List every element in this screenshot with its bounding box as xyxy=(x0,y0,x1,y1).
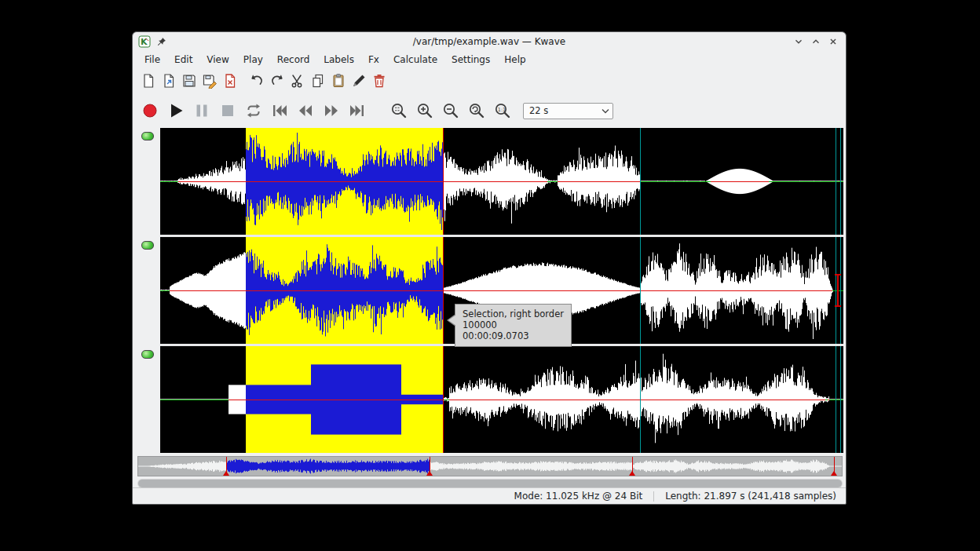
close-button[interactable] xyxy=(826,35,840,49)
zoom-selection-button[interactable] xyxy=(389,100,409,122)
redo-button[interactable] xyxy=(268,71,287,91)
paste-button[interactable] xyxy=(329,71,348,91)
titlebar[interactable]: K /var/tmp/example.wav — Kwave xyxy=(133,32,846,51)
undo-button[interactable] xyxy=(247,71,266,91)
pen-icon xyxy=(351,73,367,89)
redo-icon xyxy=(269,73,285,89)
overview-canvas[interactable] xyxy=(138,457,842,476)
zoom-duration-value: 22 s xyxy=(524,105,598,116)
skip-backward-button[interactable] xyxy=(269,100,290,122)
stop-icon xyxy=(218,101,237,120)
zoom-in-icon xyxy=(415,101,434,120)
open-file-icon xyxy=(161,73,177,89)
kwave-app-icon: K xyxy=(138,35,151,48)
svg-text:1:1: 1:1 xyxy=(498,107,506,113)
track-3-menu-led[interactable] xyxy=(141,350,154,359)
seek-backward-button[interactable] xyxy=(295,100,316,122)
zoom-in-button[interactable] xyxy=(415,100,435,122)
menu-settings[interactable]: Settings xyxy=(444,53,497,67)
zoom-all-button[interactable] xyxy=(466,100,487,122)
save-file-as-button[interactable] xyxy=(200,71,219,91)
pause-icon xyxy=(192,101,211,120)
skip-backward-icon xyxy=(270,101,289,120)
loop-icon xyxy=(244,101,263,120)
menu-help[interactable]: Help xyxy=(497,53,532,67)
playback-toolbar: 1:1 22 s xyxy=(133,94,846,127)
save-file-button[interactable] xyxy=(180,71,199,91)
zoom-out-icon xyxy=(441,101,460,120)
cut-button[interactable] xyxy=(288,71,307,91)
kwave-window: K /var/tmp/example.wav — Kwave xyxy=(132,31,847,505)
new-file-icon xyxy=(141,73,156,89)
menu-play[interactable]: Play xyxy=(236,53,270,67)
paste-icon xyxy=(331,73,346,89)
signal-overview[interactable] xyxy=(137,456,843,476)
menu-fx[interactable]: Fx xyxy=(361,53,386,67)
record-button[interactable] xyxy=(140,100,160,122)
selection-tooltip: Selection, right border 100000 00:00:09.… xyxy=(455,304,572,347)
new-file-button[interactable] xyxy=(139,71,158,91)
track-1-menu-led[interactable] xyxy=(141,132,154,140)
zoom-all-icon xyxy=(467,101,486,120)
track-2-menu-led[interactable] xyxy=(141,241,154,250)
trash-icon xyxy=(371,73,387,89)
menu-file[interactable]: File xyxy=(137,53,167,67)
play-button[interactable] xyxy=(166,100,186,122)
close-file-button[interactable] xyxy=(221,71,240,91)
signal-area: Selection, right border 100000 00:00:09.… xyxy=(136,128,843,453)
stop-button[interactable] xyxy=(218,100,238,122)
chevron-down-icon xyxy=(598,108,612,114)
pause-button[interactable] xyxy=(192,100,212,122)
copy-icon xyxy=(310,73,326,89)
menu-edit[interactable]: Edit xyxy=(167,53,199,67)
seek-forward-icon xyxy=(322,101,341,120)
status-separator xyxy=(653,491,654,502)
chevron-down-icon xyxy=(793,36,804,47)
tracks-container: Selection, right border 100000 00:00:09.… xyxy=(160,128,843,453)
menu-record[interactable]: Record xyxy=(270,53,316,67)
window-title: /var/tmp/example.wav — Kwave xyxy=(133,36,846,47)
maximize-button[interactable] xyxy=(809,35,823,49)
record-icon xyxy=(141,101,159,120)
menu-labels[interactable]: Labels xyxy=(316,53,361,67)
tooltip-time: 00:00:09.0703 xyxy=(463,330,564,341)
status-mode: Mode: 11.025 kHz @ 24 Bit xyxy=(514,491,643,502)
close-file-icon xyxy=(222,73,238,89)
zoom-duration-select[interactable]: 22 s xyxy=(523,103,613,119)
delete-button[interactable] xyxy=(370,71,389,91)
menu-view[interactable]: View xyxy=(199,53,236,67)
play-icon xyxy=(166,101,185,120)
pen-mouse-mode-button[interactable] xyxy=(349,71,368,91)
desktop-background: K /var/tmp/example.wav — Kwave xyxy=(0,0,980,551)
zoom-selection-icon xyxy=(389,101,408,120)
track-controls-column xyxy=(136,128,160,453)
status-length: Length: 21.897 s (241,418 samples) xyxy=(665,491,836,502)
seek-forward-button[interactable] xyxy=(321,100,342,122)
skip-forward-button[interactable] xyxy=(347,100,368,122)
zoom-100-icon: 1:1 xyxy=(493,101,512,120)
open-file-button[interactable] xyxy=(159,71,178,91)
statusbar: Mode: 11.025 kHz @ 24 Bit Length: 21.897… xyxy=(133,487,846,504)
zoom-100-button[interactable]: 1:1 xyxy=(492,100,513,122)
tooltip-samples: 100000 xyxy=(463,319,564,330)
pin-icon[interactable] xyxy=(155,36,167,48)
zoom-toolbar-group: 1:1 22 s xyxy=(389,100,613,122)
undo-icon xyxy=(249,73,265,89)
waveform-track-1[interactable] xyxy=(160,128,843,235)
shade-button[interactable] xyxy=(792,35,806,49)
save-icon xyxy=(181,73,197,89)
seek-backward-icon xyxy=(296,101,315,120)
loop-button[interactable] xyxy=(243,100,264,122)
close-icon xyxy=(828,36,839,47)
skip-forward-icon xyxy=(348,101,367,120)
scrollbar-thumb[interactable] xyxy=(138,480,842,487)
tooltip-title: Selection, right border xyxy=(463,308,564,319)
save-as-icon xyxy=(202,73,218,89)
menu-calculate[interactable]: Calculate xyxy=(386,53,444,67)
zoom-out-button[interactable] xyxy=(441,100,461,122)
menubar: File Edit View Play Record Labels Fx Cal… xyxy=(133,51,846,68)
scissors-icon xyxy=(290,73,305,89)
copy-button[interactable] xyxy=(309,71,327,91)
file-toolbar xyxy=(133,68,846,94)
waveform-track-3[interactable] xyxy=(160,346,843,453)
